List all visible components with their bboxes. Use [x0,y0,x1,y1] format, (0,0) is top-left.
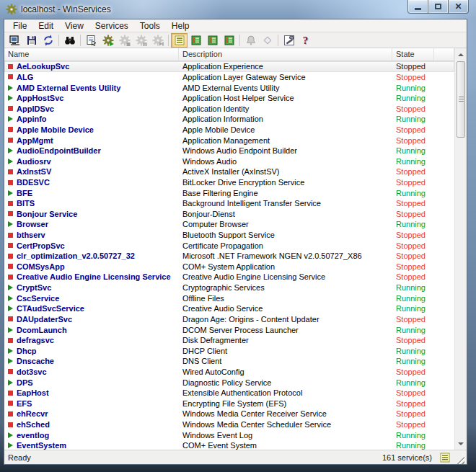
table-row[interactable]: Bonjour ServiceBonjour-DienstStopped [4,209,454,220]
properties-button[interactable] [83,33,100,48]
table-row[interactable]: AMD External Events UtilityAMD External … [4,82,454,93]
service-name: AeLookupSvc [17,61,69,71]
table-row[interactable]: defragsvcDisk DefragmenterStopped [4,335,454,346]
table-row[interactable]: eventlogWindows Event LogRunning [4,429,454,440]
table-row[interactable]: COMSysAppCOM+ System ApplicationStopped [4,262,454,272]
service-description: DCOM Server Process Launcher [179,325,392,335]
table-row[interactable]: CertPropSvcCertificate PropagationStoppe… [4,240,454,251]
start-service-button[interactable] [100,33,116,48]
list-view-button[interactable] [171,33,188,48]
table-row[interactable]: Apple Mobile DeviceApple Mobile DeviceSt… [4,125,454,135]
service-name: clr_optimization_v2.0.50727_32 [17,251,135,261]
table-row[interactable]: BFEBase Filtering EngineRunning [4,187,454,198]
service-name: EapHost [17,388,49,398]
table-row[interactable]: ALGApplication Layer Gateway ServiceStop… [4,72,454,83]
service-name: AMD External Events Utility [17,83,120,93]
service-name: COMSysApp [17,262,65,272]
table-row[interactable]: CryptSvcCryptographic ServicesRunning [4,282,454,293]
column-header-empty[interactable] [434,48,454,61]
stopped-icon [8,106,13,111]
table-row[interactable]: AppMgmtApplication ManagementStopped [4,135,454,146]
gear-restart-icon [152,35,164,46]
table-row[interactable]: CTAudSvcServiceCreative Audio ServiceRun… [4,303,454,314]
menu-services[interactable]: Services [89,21,134,31]
tools-button[interactable] [281,33,297,48]
table-row[interactable]: EFSEncrypting File System (EFS)Stopped [4,398,454,409]
save-button[interactable] [23,33,40,48]
table-row[interactable]: BDESVCBitLocker Drive Encryption Service… [4,177,454,188]
menu-view[interactable]: View [59,21,89,31]
service-description: Apple Mobile Device [179,125,392,135]
maximize-button[interactable] [428,0,449,14]
table-row[interactable]: AppHostSvcApplication Host Helper Servic… [4,93,454,104]
service-description: Offline Files [179,293,392,303]
title-bar[interactable]: localhost - WinServices ✕ [0,0,476,19]
table-row[interactable]: AxInstSVActiveX Installer (AxInstSV)Stop… [4,166,454,177]
table-row[interactable]: clr_optimization_v2.0.50727_32Microsoft … [4,251,454,262]
refresh-button[interactable] [40,33,56,48]
running-icon [8,85,13,91]
table-row[interactable]: DnscacheDNS ClientRunning [4,356,454,367]
minimize-button[interactable] [407,0,428,14]
table-row[interactable]: BITSBackground Intelligent Transfer Serv… [4,198,454,209]
table-row[interactable]: DhcpDHCP ClientRunning [4,345,454,356]
table-row[interactable]: AeLookupSvcApplication ExperienceStopped [4,61,454,72]
service-name: EFS [17,398,32,409]
service-state: Stopped [392,241,434,251]
service-description: Cryptographic Services [179,282,392,293]
table-row[interactable]: AppIDSvcApplication IdentityStopped [4,103,454,114]
service-description: Windows Event Log [179,430,392,440]
service-description: Wired AutoConfig [179,367,392,377]
connect-button[interactable] [6,33,23,48]
scrollbar-thumb[interactable] [457,61,465,138]
table-row[interactable]: AudioEndpointBuilderWindows Audio Endpoi… [4,146,454,156]
column-header-state[interactable]: State [392,48,434,61]
service-state: Running [392,282,434,293]
table-row[interactable]: dot3svcWired AutoConfigStopped [4,367,454,378]
scroll-down-button[interactable] [455,437,467,450]
service-name: DAUpdaterSvc [17,314,72,324]
table-row[interactable]: Creative Audio Engine Licensing ServiceC… [4,272,454,282]
details-view-2-button[interactable] [204,33,221,48]
details-view-button[interactable] [188,33,204,48]
resize-grip[interactable] [455,455,464,464]
scrollbar-track[interactable] [455,61,467,437]
service-state: Running [392,378,434,388]
menu-tools[interactable]: Tools [134,21,166,31]
table-row[interactable]: BrowserComputer BrowserRunning [4,219,454,230]
running-icon [8,380,13,386]
service-state: Stopped [392,398,434,409]
scroll-up-button[interactable] [455,48,467,61]
service-description: Base Filtering Engine [179,188,392,198]
table-row[interactable]: CscServiceOffline FilesRunning [4,293,454,303]
table-row[interactable]: AppinfoApplication InformationRunning [4,114,454,125]
menu-file[interactable]: File [7,21,32,31]
help-button[interactable]: ? [297,33,314,48]
column-header-name[interactable]: Name [4,48,179,61]
table-row[interactable]: DPSDiagnostic Policy ServiceRunning [4,377,454,388]
toolbar-separator [80,35,81,46]
close-button[interactable]: ✕ [448,0,469,14]
find-button[interactable] [61,33,78,48]
menu-help[interactable]: Help [166,21,195,31]
service-list: Name Description State AeLookupSvcApplic… [4,48,467,450]
table-row[interactable]: AudiosrvWindows AudioRunning [4,156,454,166]
table-row[interactable]: ehRecvrWindows Media Center Receiver Ser… [4,409,454,419]
running-icon [8,148,13,153]
vertical-scrollbar[interactable] [454,48,467,450]
table-row[interactable]: EapHostExtensible Authentication Protoco… [4,388,454,398]
table-row[interactable]: EventSystemCOM+ Event SystemRunning [4,440,454,450]
hammer-icon [283,35,295,46]
menu-edit[interactable]: Edit [32,21,59,31]
table-row[interactable]: DcomLaunchDCOM Server Process LauncherRu… [4,324,454,335]
service-description: Windows Audio [179,156,392,166]
table-row[interactable]: bthservBluetooth Support ServiceStopped [4,230,454,241]
stopped-icon [8,264,13,269]
running-icon [8,190,13,196]
service-description: Microsoft .NET Framework NGEN v2.0.50727… [179,251,392,261]
details-view-3-button[interactable] [221,33,237,48]
service-name: eventlog [17,430,49,440]
table-row[interactable]: DAUpdaterSvcDragon Age: Origins - Conten… [4,314,454,325]
column-header-description[interactable]: Description [179,48,392,61]
table-row[interactable]: ehSchedWindows Media Center Scheduler Se… [4,419,454,430]
